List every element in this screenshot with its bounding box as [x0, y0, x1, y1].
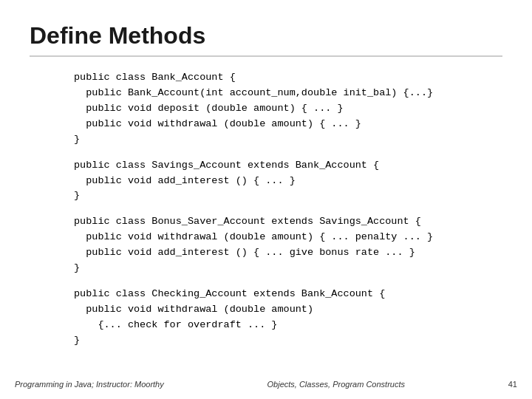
slide: Define Methods public class Bank_Account… [0, 0, 532, 399]
code-content: public class Bank_Account { public Bank_… [30, 70, 502, 349]
bank-account-code: public class Bank_Account { public Bank_… [74, 70, 502, 148]
slide-footer: Programming in Java; Instructor: Moorthy… [0, 380, 532, 389]
checking-account-code: public class Checking_Account extends Ba… [74, 287, 502, 349]
footer-topic: Objects, Classes, Program Constructs [267, 380, 405, 389]
footer-instructor: Programming in Java; Instructor: Moorthy [15, 380, 164, 389]
slide-title: Define Methods [30, 22, 502, 57]
bonus-saver-account-code: public class Bonus_Saver_Account extends… [74, 214, 502, 276]
savings-account-code: public class Savings_Account extends Ban… [74, 158, 502, 205]
footer-page-number: 41 [508, 380, 517, 389]
